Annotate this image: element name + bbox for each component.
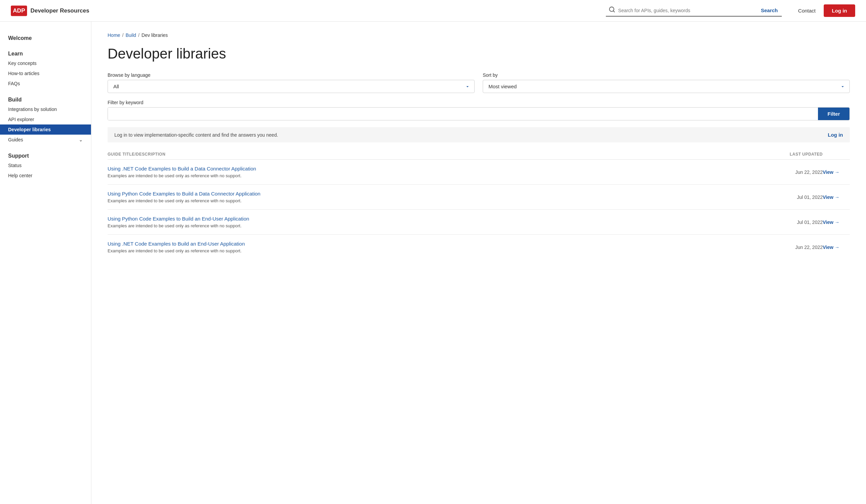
guide-title-cell: Using .NET Code Examples to Build an End…: [108, 235, 768, 260]
search-button[interactable]: Search: [759, 8, 779, 13]
adp-logo-icon: ADP: [11, 5, 27, 16]
guide-table: GUIDE TITLE/DESCRIPTION LAST UPDATED Usi…: [108, 149, 850, 259]
guide-view-cell: View →: [823, 160, 850, 185]
guide-description: Examples are intended to be used only as…: [108, 248, 242, 253]
login-notice-text: Log in to view implementation-specific c…: [114, 132, 278, 138]
sidebar-section-support: Support: [0, 150, 91, 160]
view-link[interactable]: View →: [823, 194, 840, 200]
header: ADP Developer Resources Search Contact L…: [0, 0, 866, 22]
guide-view-cell: View →: [823, 185, 850, 210]
contact-link[interactable]: Contact: [798, 8, 815, 13]
search-area: Search: [606, 5, 782, 16]
col-header-title: GUIDE TITLE/DESCRIPTION: [108, 149, 768, 160]
guide-title-cell: Using .NET Code Examples to Build a Data…: [108, 160, 768, 185]
guide-description: Examples are intended to be used only as…: [108, 223, 242, 228]
sidebar: Welcome Learn Key concepts How-to articl…: [0, 22, 91, 504]
keyword-row: Filter by keyword Filter: [108, 100, 850, 121]
breadcrumb: Home / Build / Dev libraries: [108, 33, 850, 38]
keyword-input-wrap: Filter: [108, 107, 850, 121]
sidebar-section-learn: Learn: [0, 48, 91, 58]
site-title: Developer Resources: [31, 8, 89, 14]
breadcrumb-sep-1: /: [122, 33, 123, 38]
sidebar-section-build: Build: [0, 94, 91, 104]
guide-date: Jul 01, 2022: [768, 210, 823, 235]
breadcrumb-home[interactable]: Home: [108, 33, 120, 38]
language-select[interactable]: All .NET Python Java Node.js: [108, 80, 475, 93]
col-header-date: LAST UPDATED: [768, 149, 823, 160]
guide-title-link[interactable]: Using Python Code Examples to Build an E…: [108, 216, 768, 222]
logo-link[interactable]: ADP Developer Resources: [11, 5, 89, 16]
browse-by-language-group: Browse by language All .NET Python Java …: [108, 72, 475, 93]
guide-view-cell: View →: [823, 210, 850, 235]
search-input[interactable]: [618, 8, 757, 13]
sidebar-item-help-center[interactable]: Help center: [0, 170, 91, 181]
page-title: Developer libraries: [108, 46, 850, 61]
guide-view-cell: View →: [823, 235, 850, 260]
table-row: Using .NET Code Examples to Build an End…: [108, 235, 850, 260]
keyword-label: Filter by keyword: [108, 100, 850, 105]
login-button[interactable]: Log in: [824, 4, 855, 17]
login-notice-link[interactable]: Log in: [828, 132, 843, 138]
guide-date: Jun 22, 2022: [768, 235, 823, 260]
keyword-input[interactable]: [108, 108, 818, 120]
guide-date: Jun 22, 2022: [768, 160, 823, 185]
sort-by-group: Sort by Most viewed Newest Oldest: [483, 72, 850, 93]
sidebar-item-developer-libraries[interactable]: Developer libraries: [0, 124, 91, 135]
sidebar-item-guides[interactable]: Guides ⌄: [0, 135, 91, 145]
login-notice: Log in to view implementation-specific c…: [108, 127, 850, 143]
search-icon: [609, 6, 615, 14]
table-row: Using Python Code Examples to Build a Da…: [108, 185, 850, 210]
sidebar-item-key-concepts[interactable]: Key concepts: [0, 58, 91, 68]
guide-description: Examples are intended to be used only as…: [108, 198, 242, 203]
sidebar-item-faqs[interactable]: FAQs: [0, 78, 91, 89]
view-link[interactable]: View →: [823, 245, 840, 250]
breadcrumb-build[interactable]: Build: [125, 33, 136, 38]
filters-row: Browse by language All .NET Python Java …: [108, 72, 850, 93]
view-link[interactable]: View →: [823, 169, 840, 175]
table-row: Using Python Code Examples to Build an E…: [108, 210, 850, 235]
browse-label: Browse by language: [108, 72, 475, 78]
filter-button[interactable]: Filter: [818, 108, 850, 120]
svg-line-3: [613, 11, 615, 12]
page-layout: Welcome Learn Key concepts How-to articl…: [0, 22, 866, 504]
breadcrumb-current: Dev libraries: [141, 33, 168, 38]
sidebar-item-api-explorer[interactable]: API explorer: [0, 114, 91, 124]
table-header-row: GUIDE TITLE/DESCRIPTION LAST UPDATED: [108, 149, 850, 160]
chevron-down-icon: ⌄: [79, 137, 83, 143]
sort-label: Sort by: [483, 72, 850, 78]
guide-title-cell: Using Python Code Examples to Build a Da…: [108, 185, 768, 210]
col-header-view: [823, 149, 850, 160]
guide-title-link[interactable]: Using Python Code Examples to Build a Da…: [108, 191, 768, 197]
table-row: Using .NET Code Examples to Build a Data…: [108, 160, 850, 185]
guide-title-link[interactable]: Using .NET Code Examples to Build a Data…: [108, 166, 768, 171]
sidebar-item-integrations-by-solution[interactable]: Integrations by solution: [0, 104, 91, 114]
sidebar-item-status[interactable]: Status: [0, 160, 91, 170]
sidebar-section-welcome: Welcome: [0, 33, 91, 43]
header-nav: Contact Log in: [798, 4, 855, 17]
sidebar-item-how-to-articles[interactable]: How-to articles: [0, 68, 91, 78]
guide-description: Examples are intended to be used only as…: [108, 173, 242, 178]
guide-title-link[interactable]: Using .NET Code Examples to Build an End…: [108, 241, 768, 247]
guide-date: Jul 01, 2022: [768, 185, 823, 210]
main-content: Home / Build / Dev libraries Developer l…: [91, 22, 866, 504]
svg-text:ADP: ADP: [13, 7, 25, 13]
view-link[interactable]: View →: [823, 220, 840, 225]
breadcrumb-sep-2: /: [138, 33, 140, 38]
sort-select[interactable]: Most viewed Newest Oldest: [483, 80, 850, 93]
guide-title-cell: Using Python Code Examples to Build an E…: [108, 210, 768, 235]
